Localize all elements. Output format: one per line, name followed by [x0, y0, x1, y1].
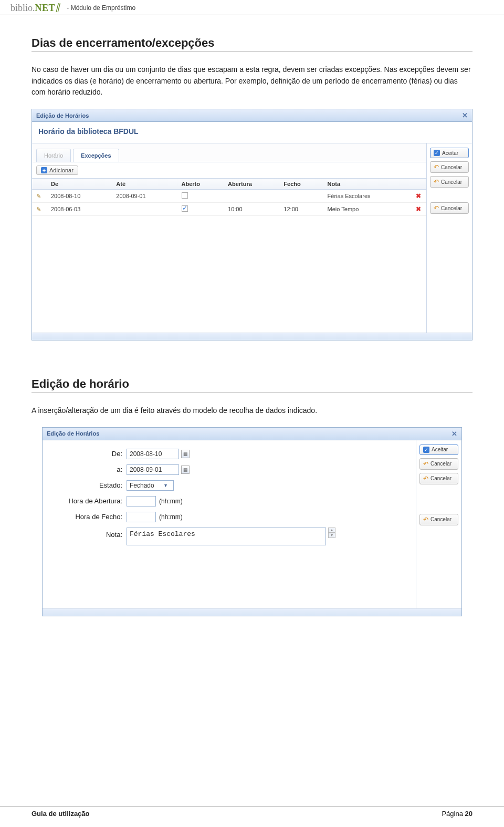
panel-body: Horário Excepções + Adicionar De Até	[32, 143, 472, 333]
table-row[interactable]: ✎ 2008-06-03 10:00 12:00 Meio Tempo ✖	[32, 203, 426, 216]
page-footer: Guia de utilização Página 20	[0, 806, 504, 818]
checkbox-aberto[interactable]	[182, 205, 188, 212]
input-hora-fecho[interactable]	[127, 512, 156, 522]
logo-swoosh-icon: ∥	[55, 3, 59, 13]
calendar-icon[interactable]: ▦	[181, 450, 190, 458]
section1-paragraph: No caso de haver um dia ou um conjunto d…	[32, 64, 472, 98]
panel-side: ✓ Aceitar ↶ Cancelar ↶ Cancelar ↶ Cancel…	[416, 440, 461, 608]
toolbar: + Adicionar	[32, 162, 426, 178]
textarea-nota[interactable]	[127, 528, 326, 545]
delete-icon[interactable]: ✖	[416, 192, 421, 200]
undo-icon: ↶	[423, 516, 428, 523]
cancelar-button[interactable]: ↶ Cancelar	[430, 176, 469, 188]
panel-main: De: ▦ a: ▦ Estado: ▾ Ho	[43, 440, 416, 608]
cancelar-label: Cancelar	[441, 205, 462, 211]
spin-up-icon[interactable]: ▴	[328, 528, 335, 533]
cancelar-label: Cancelar	[430, 516, 452, 522]
panel-body: De: ▦ a: ▦ Estado: ▾ Ho	[43, 440, 461, 608]
label-a: a:	[53, 466, 127, 473]
footer-right: Página 20	[442, 810, 472, 818]
section-title-edicao: Edição de horário	[32, 377, 472, 391]
form-row-hora-abertura: Hora de Abertura: (hh:mm)	[53, 496, 405, 506]
input-a[interactable]	[127, 464, 179, 475]
exceptions-panel: Edição de Horários ✕ Horário da bibliote…	[32, 109, 472, 340]
cancelar-button[interactable]: ↶ Cancelar	[430, 161, 469, 173]
label-nota: Nota:	[53, 528, 127, 539]
title-rule	[32, 392, 472, 392]
form-row-estado: Estado: ▾	[53, 480, 405, 491]
cell-de: 2008-08-10	[47, 190, 112, 203]
logo: biblio.NET∥	[10, 2, 59, 14]
footer-right-prefix: Página	[442, 810, 465, 818]
panel-main: Horário Excepções + Adicionar De Até	[32, 143, 427, 333]
add-button-label: Adicionar	[49, 167, 74, 173]
calendar-icon[interactable]: ▦	[181, 466, 190, 474]
cancelar-button[interactable]: ↶ Cancelar	[419, 473, 458, 484]
undo-icon: ↶	[423, 460, 428, 468]
panel-side: ✓ Aceitar ↶ Cancelar ↶ Cancelar ↶ Cancel…	[427, 143, 472, 333]
undo-icon: ↶	[434, 178, 439, 185]
input-hora-abertura[interactable]	[127, 496, 156, 506]
label-estado: Estado:	[53, 481, 127, 489]
panel-subtitle: Horário da biblioteca BFDUL	[32, 122, 472, 143]
panel-statusbar	[43, 608, 461, 616]
panel-title: Edição de Horários	[47, 430, 99, 437]
input-de[interactable]	[127, 449, 179, 459]
logo-net: NET	[35, 3, 56, 13]
textarea-spinner: ▴ ▾	[328, 528, 335, 538]
cell-nota: Férias Escolares	[323, 190, 412, 203]
cell-abertura: 10:00	[224, 203, 279, 216]
cancelar-label: Cancelar	[441, 179, 462, 185]
col-fecho: Fecho	[279, 179, 323, 190]
label-hora-fecho: Hora de Fecho:	[53, 513, 127, 521]
spin-down-icon[interactable]: ▾	[328, 533, 335, 538]
tab-excepcoes[interactable]: Excepções	[73, 149, 119, 162]
select-estado[interactable]	[127, 480, 174, 491]
check-icon: ✓	[423, 447, 429, 453]
hint-hhmm: (hh:mm)	[159, 513, 183, 521]
label-hora-abertura: Hora de Abertura:	[53, 497, 127, 505]
document-header: biblio.NET∥ - Módulo de Empréstimo	[0, 0, 504, 15]
label-de: De:	[53, 450, 127, 458]
close-icon[interactable]: ✕	[452, 430, 457, 438]
edit-icon[interactable]: ✎	[36, 206, 41, 212]
cell-abertura	[224, 190, 279, 203]
cancelar-button[interactable]: ↶ Cancelar	[419, 458, 458, 470]
footer-left: Guia de utilização	[32, 810, 90, 818]
close-icon[interactable]: ✕	[462, 111, 468, 119]
aceitar-button[interactable]: ✓ Aceitar	[419, 444, 458, 455]
add-button[interactable]: + Adicionar	[36, 166, 78, 175]
edit-icon[interactable]: ✎	[36, 193, 41, 199]
page-content: Dias de encerramento/excepções No caso d…	[0, 36, 504, 616]
cell-de: 2008-06-03	[47, 203, 112, 216]
form-row-nota: Nota: ▴ ▾	[53, 528, 405, 545]
cell-nota: Meio Tempo	[323, 203, 412, 216]
cell-fecho: 12:00	[279, 203, 323, 216]
cell-ate: 2008-09-01	[112, 190, 177, 203]
col-ate: Até	[112, 179, 177, 190]
panel-title: Edição de Horários	[36, 112, 89, 119]
cancelar-button[interactable]: ↶ Cancelar	[419, 514, 458, 525]
undo-icon: ↶	[423, 475, 428, 482]
exceptions-table: De Até Aberto Abertura Fecho Nota ✎ 200	[32, 178, 426, 216]
cancelar-button[interactable]: ↶ Cancelar	[430, 202, 469, 214]
delete-icon[interactable]: ✖	[416, 205, 421, 213]
checkbox-aberto[interactable]	[182, 192, 188, 199]
cancelar-label: Cancelar	[430, 461, 452, 467]
cancelar-label: Cancelar	[441, 164, 462, 170]
logo-biblio: biblio.	[10, 3, 35, 13]
form-row-hora-fecho: Hora de Fecho: (hh:mm)	[53, 512, 405, 522]
tabs-row: Horário Excepções	[32, 143, 426, 162]
aceitar-label: Aceitar	[432, 447, 448, 452]
panel-titlebar: Edição de Horários ✕	[43, 428, 461, 440]
aceitar-label: Aceitar	[442, 150, 458, 156]
form-row-de: De: ▦	[53, 449, 405, 459]
tab-horario[interactable]: Horário	[36, 149, 71, 162]
panel-statusbar	[32, 333, 472, 340]
table-row[interactable]: ✎ 2008-08-10 2008-09-01 Férias Escolares…	[32, 190, 426, 203]
form-row-a: a: ▦	[53, 464, 405, 475]
page-number: 20	[465, 810, 472, 818]
form-area: De: ▦ a: ▦ Estado: ▾ Ho	[43, 440, 416, 545]
cell-ate	[112, 203, 177, 216]
aceitar-button[interactable]: ✓ Aceitar	[430, 148, 469, 158]
